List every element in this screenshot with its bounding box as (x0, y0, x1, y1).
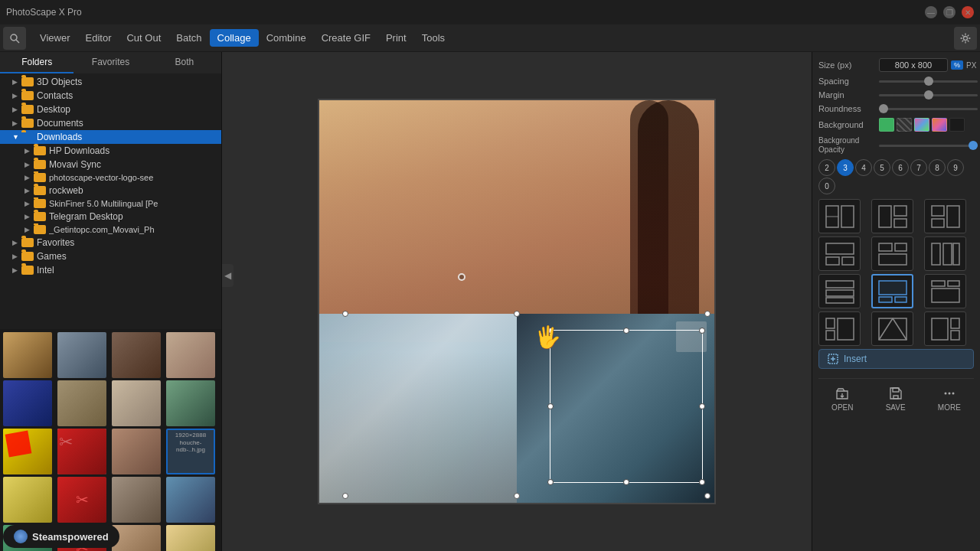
tree-item-documents[interactable]: ▶ Documents (0, 116, 221, 130)
spacing-slider[interactable] (879, 80, 978, 83)
layout-3[interactable] (924, 199, 966, 233)
tree-item-3dobjects[interactable]: ▶ 3D Objects (0, 75, 221, 89)
layout-8[interactable] (871, 274, 913, 308)
menu-batch[interactable]: Batch (168, 29, 209, 47)
thumb-13[interactable] (3, 477, 52, 523)
thumb-7[interactable] (112, 380, 161, 426)
layout-11[interactable] (871, 311, 913, 346)
svg-rect-36 (932, 318, 948, 340)
layout-4[interactable] (818, 236, 861, 271)
num-circle-8[interactable]: 8 (929, 159, 946, 176)
tree-item-downloads[interactable]: ▼ Downloads (0, 130, 221, 144)
svg-rect-26 (895, 297, 906, 302)
main-layout: Folders Favorites Both ▶ 3D Objects ▶ Co… (0, 52, 980, 551)
layout-10[interactable] (818, 311, 861, 346)
app-title: PhotoScape X Pro (6, 7, 82, 18)
roundness-slider[interactable] (879, 108, 978, 110)
thumb-1[interactable] (3, 332, 52, 378)
collapse-panel-button[interactable]: ◀ (222, 264, 234, 287)
tree-item-skinfiner[interactable]: ▶ SkinFiner 5.0 Multilingual [Pe (0, 197, 221, 210)
tree-item-photoscape[interactable]: ▶ photoscape-vector-logo-see (0, 171, 221, 184)
thumb-14[interactable]: ✂ (57, 477, 106, 523)
tree-item-hpdownloads[interactable]: ▶ HP Downloads (0, 144, 221, 158)
save-button[interactable]: SAVE (886, 385, 906, 412)
maximize-button[interactable]: ❐ (943, 6, 956, 18)
arrow-icon: ▶ (12, 92, 21, 99)
num-circle-0[interactable]: 0 (818, 178, 835, 194)
tree-item-telegram[interactable]: ▶ Telegram Desktop (0, 210, 221, 223)
color-swatch-green[interactable] (879, 118, 894, 132)
thumb-8[interactable] (166, 380, 215, 426)
num-circle-2[interactable]: 2 (818, 159, 835, 176)
thumb-9[interactable] (3, 429, 52, 474)
canvas-image[interactable]: 🖐 (318, 99, 716, 504)
thumb-6[interactable] (57, 380, 106, 426)
layout-7[interactable] (818, 274, 861, 308)
thumb-16[interactable] (166, 477, 215, 523)
menu-viewer[interactable]: Viewer (32, 29, 78, 47)
open-button[interactable]: OPEN (831, 385, 853, 412)
search-button[interactable] (3, 27, 26, 50)
folder-icon (34, 173, 46, 182)
canvas-area[interactable]: 🖐 (222, 52, 812, 551)
color-swatch-gradient1[interactable] (914, 118, 929, 132)
arrow-icon: ▶ (24, 200, 34, 207)
num-circle-4[interactable]: 4 (855, 159, 872, 176)
svg-rect-21 (826, 281, 854, 288)
num-circle-6[interactable]: 6 (892, 159, 909, 176)
menu-cutout[interactable]: Cut Out (119, 29, 168, 47)
num-circle-9[interactable]: 9 (947, 159, 964, 176)
settings-button[interactable] (954, 27, 977, 50)
thumb-4[interactable] (166, 332, 215, 378)
arrow-icon: ▶ (24, 174, 34, 181)
menu-collage[interactable]: Collage (210, 29, 259, 47)
thumb-12[interactable]: 1920×2888houche-ndb-..h.jpg (166, 429, 215, 474)
size-input[interactable] (879, 58, 948, 72)
px-badge[interactable]: PX (966, 61, 976, 70)
color-swatch-pattern[interactable] (897, 118, 912, 132)
layout-6[interactable] (924, 236, 966, 271)
tree-item-movavisync[interactable]: ▶ Movavi Sync (0, 158, 221, 171)
tree-item-favorites[interactable]: ▶ Favorites (0, 236, 221, 249)
num-circle-7[interactable]: 7 (910, 159, 927, 176)
margin-slider[interactable] (879, 94, 978, 96)
tree-item-rockweb[interactable]: ▶ rockweb (0, 184, 221, 197)
thumb-20[interactable] (166, 525, 215, 551)
tree-item-contacts[interactable]: ▶ Contacts (0, 89, 221, 103)
tab-both[interactable]: Both (148, 52, 221, 73)
color-swatch-gradient2[interactable] (932, 118, 947, 132)
menu-print[interactable]: Print (378, 29, 414, 47)
menu-tools[interactable]: Tools (414, 29, 452, 47)
menu-creategif[interactable]: Create GIF (314, 29, 378, 47)
layout-5[interactable] (871, 236, 913, 271)
pct-badge[interactable]: % (951, 60, 963, 70)
tab-favorites[interactable]: Favorites (74, 52, 147, 73)
layout-12[interactable] (924, 311, 966, 346)
arrow-icon: ▼ (12, 133, 21, 141)
layout-1[interactable] (818, 199, 861, 233)
layout-2[interactable] (871, 199, 913, 233)
minimize-button[interactable]: — (925, 6, 937, 18)
thumb-5[interactable] (3, 380, 52, 426)
tree-item-games[interactable]: ▶ Games (0, 249, 221, 263)
tab-folders[interactable]: Folders (0, 52, 74, 73)
thumb-11[interactable] (112, 429, 161, 474)
thumb-3[interactable] (112, 332, 161, 378)
tree-item-intel[interactable]: ▶ Intel (0, 263, 221, 277)
num-circle-3[interactable]: 3 (837, 159, 854, 176)
menu-editor[interactable]: Editor (78, 29, 119, 47)
menu-combine[interactable]: Combine (259, 29, 314, 47)
more-button[interactable]: MORE (938, 385, 961, 412)
layout-9[interactable] (924, 274, 966, 308)
tree-item-getintopc[interactable]: ▶ _Getintopc.com_Movavi_Ph (0, 223, 221, 236)
folder-icon (21, 119, 34, 128)
thumb-15[interactable] (112, 477, 161, 523)
bg-opacity-slider[interactable] (879, 145, 978, 147)
insert-button[interactable]: Insert (818, 349, 974, 369)
close-button[interactable]: ✕ (962, 6, 974, 18)
thumb-10[interactable]: ✂ (57, 429, 106, 474)
thumb-2[interactable] (57, 332, 106, 378)
num-circle-5[interactable]: 5 (874, 159, 890, 176)
color-swatch-black[interactable] (949, 118, 965, 132)
tree-item-desktop[interactable]: ▶ Desktop (0, 103, 221, 116)
